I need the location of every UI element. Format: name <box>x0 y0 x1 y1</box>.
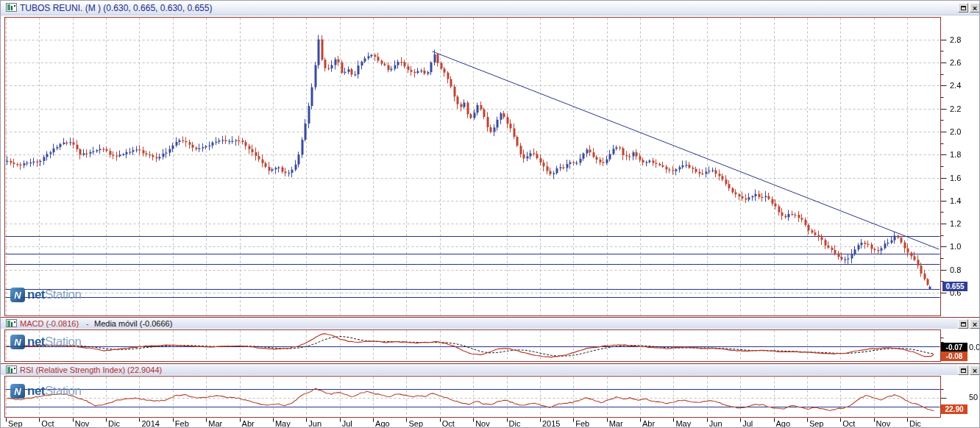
price-axis-label: 1.4 <box>950 196 975 205</box>
x-axis-label: Sep <box>809 419 824 428</box>
price-axis-label: 2.0 <box>950 127 975 136</box>
x-axis-label: Mar <box>609 419 623 428</box>
price-axis-label: 1.0 <box>950 242 975 251</box>
restore-icon <box>961 6 966 10</box>
x-axis-label: Jun <box>308 419 322 428</box>
x-axis-label: Nov <box>75 419 90 428</box>
price-axis-label: 2.2 <box>950 104 975 113</box>
x-axis-label: Oct <box>41 419 54 428</box>
restore-button[interactable] <box>958 3 968 13</box>
macd-separator: - <box>84 319 91 328</box>
x-axis-label: 2014 <box>141 419 159 428</box>
netstation-logo-icon: N <box>10 384 25 399</box>
time-axis: SepOctNovDic2014FebMarAbrMayJunJulAgoSep… <box>1 418 980 428</box>
macd-label: MACD (-0.0816) <box>20 319 79 328</box>
x-axis-label: Feb <box>175 419 189 428</box>
x-axis-label: Jun <box>709 419 722 428</box>
x-axis-label: May <box>675 419 691 428</box>
indicator-icon <box>6 365 17 374</box>
netstation-logo-icon: N <box>10 288 25 302</box>
x-axis-label: Nov <box>876 419 891 428</box>
x-axis-label: Oct <box>842 419 855 428</box>
price-axis-label: 0.8 <box>950 265 975 274</box>
price-axis-label: 2.4 <box>950 81 975 90</box>
x-axis-label: Nov <box>475 419 490 428</box>
price-axis-label: 2.6 <box>950 58 975 67</box>
x-axis-label: Abr <box>642 419 655 428</box>
x-axis-label: 2015 <box>542 419 560 428</box>
last-price-tag: 0.655 <box>942 282 967 291</box>
price-axis-label: 1.6 <box>950 174 975 182</box>
app-window: TUBOS REUNI. (M ) (0.630, 0.665, 0.630, … <box>0 0 980 428</box>
macd-zero-label: 0.0 <box>969 343 980 352</box>
macd-panel-header[interactable]: MACD (-0.0816) - Media móvil (-0.0666) × <box>1 317 980 329</box>
macd-signal-label: Media móvil (-0.0666) <box>94 319 172 328</box>
netstation-logo-rsi: NnetStation <box>10 383 81 399</box>
macd-value-tag: -0.08 <box>941 352 967 361</box>
x-axis-label: Ago <box>375 419 390 428</box>
x-axis-label: Mar <box>208 419 222 428</box>
x-axis-label: Sep <box>408 419 423 428</box>
macd-restore-button[interactable] <box>958 319 968 329</box>
close-button[interactable]: × <box>970 3 980 13</box>
macd-close-button[interactable]: × <box>970 319 980 329</box>
main-title: TUBOS REUNI. (M ) (0.630, 0.665, 0.630, … <box>20 3 212 13</box>
x-axis-label: Dic <box>509 419 521 428</box>
price-axis-label: 1.8 <box>950 150 975 159</box>
x-axis-label: Sep <box>8 419 23 428</box>
price-axis-label: 2.8 <box>950 35 975 44</box>
main-titlebar[interactable]: TUBOS REUNI. (M ) (0.630, 0.665, 0.630, … <box>1 1 980 15</box>
x-axis-label: Dic <box>108 419 120 428</box>
x-axis-label: Abr <box>242 419 255 428</box>
rsi-value-tag: 22.90 <box>941 404 967 414</box>
price-axis-label: 1.2 <box>950 219 975 228</box>
close-icon: × <box>973 367 977 374</box>
netstation-logo-main: NnetStation <box>10 287 81 303</box>
restore-icon <box>961 322 966 327</box>
x-axis-label: Ago <box>776 419 791 428</box>
x-axis-label: Jul <box>342 419 352 428</box>
netstation-logo-icon: N <box>10 335 25 349</box>
close-icon: × <box>973 321 977 328</box>
x-axis-label: Feb <box>575 419 589 428</box>
x-axis-label: Oct <box>442 419 455 428</box>
main-chart-canvas[interactable] <box>1 1 980 317</box>
x-axis-label: May <box>275 419 291 428</box>
candlestick-chart-icon <box>6 3 17 12</box>
x-axis-label: Jul <box>742 419 753 428</box>
rsi-panel-header[interactable]: RSI (Relative Strength Index) (22.9044) … <box>1 363 980 375</box>
netstation-logo-macd: NnetStation <box>10 334 81 350</box>
rsi-50-label: 50 <box>969 393 978 402</box>
rsi-restore-button[interactable] <box>958 365 968 375</box>
indicator-icon <box>6 319 17 327</box>
x-axis-label: Dic <box>909 419 921 428</box>
rsi-label: RSI (Relative Strength Index) (22.9044) <box>20 365 162 374</box>
close-icon: × <box>973 4 977 12</box>
restore-icon <box>961 368 966 373</box>
rsi-close-button[interactable]: × <box>970 365 980 375</box>
